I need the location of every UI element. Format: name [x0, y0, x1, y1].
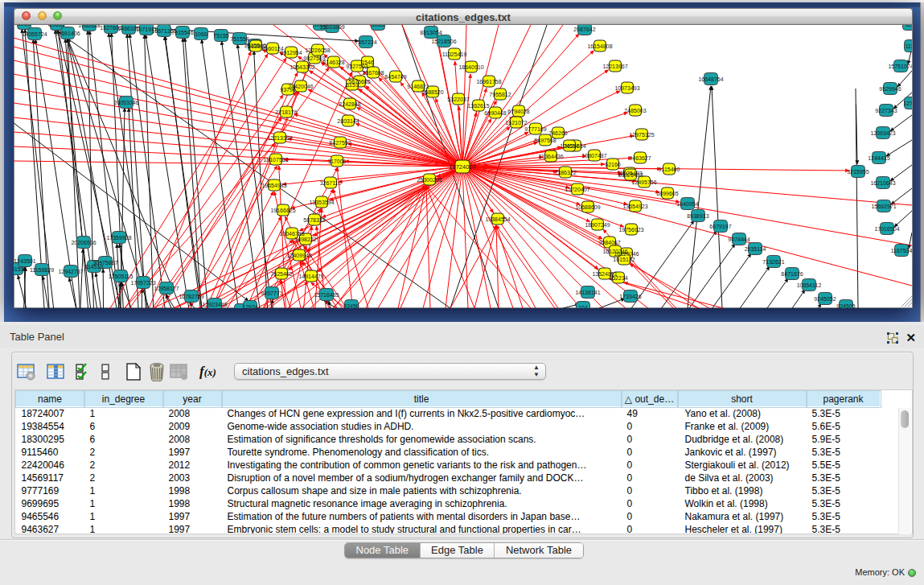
svg-text:252214: 252214	[609, 275, 627, 281]
svg-text:1167534: 1167534	[891, 248, 912, 253]
svg-text:13353594: 13353594	[309, 200, 334, 205]
svg-text:15692971: 15692971	[871, 204, 896, 209]
svg-text:2087642: 2087642	[573, 27, 595, 32]
svg-text:1621072: 1621072	[505, 120, 527, 126]
svg-text:10958127: 10958127	[154, 286, 179, 291]
svg-text:6794028: 6794028	[507, 109, 529, 114]
svg-text:8146328: 8146328	[322, 60, 344, 65]
svg-text:12093423: 12093423	[870, 130, 895, 136]
svg-text:9115460: 9115460	[659, 167, 680, 172]
svg-text:6151: 6151	[346, 82, 359, 88]
svg-text:17957223: 17957223	[130, 280, 155, 286]
svg-text:11325419: 11325419	[442, 51, 467, 57]
svg-text:25300295: 25300295	[417, 177, 441, 183]
svg-text:9245052: 9245052	[814, 296, 836, 302]
svg-text:9084067: 9084067	[598, 240, 620, 245]
svg-text:12774: 12774	[903, 101, 912, 106]
svg-text:17016504: 17016504	[874, 226, 899, 232]
svg-text:10973493: 10973493	[614, 85, 639, 91]
svg-text:93796: 93796	[280, 87, 296, 93]
svg-text:18907249: 18907249	[585, 222, 610, 228]
svg-text:11156829: 11156829	[30, 267, 54, 273]
svg-text:8938913: 8938913	[687, 213, 708, 219]
svg-text:12942737: 12942737	[58, 269, 83, 274]
svg-text:1588520: 1588520	[421, 89, 443, 95]
svg-text:1244415: 1244415	[868, 155, 889, 161]
svg-text:16154808: 16154808	[587, 43, 612, 49]
svg-text:13654923: 13654923	[622, 204, 647, 209]
svg-text:9529946: 9529946	[879, 86, 901, 92]
svg-text:1065: 1065	[314, 25, 326, 27]
svg-text:16961758: 16961758	[476, 79, 501, 84]
svg-text:2935114: 2935114	[745, 246, 766, 252]
svg-text:18107563: 18107563	[263, 157, 288, 163]
svg-text:9457771: 9457771	[261, 290, 282, 296]
svg-text:7485003: 7485003	[624, 108, 646, 113]
svg-text:75155: 75155	[213, 33, 229, 39]
svg-text:9777169: 9777169	[524, 126, 546, 132]
svg-text:18640910: 18640910	[458, 64, 483, 70]
svg-text:10543302: 10543302	[290, 64, 314, 70]
svg-text:15716485: 15716485	[314, 292, 339, 298]
svg-text:39151: 39151	[14, 266, 24, 272]
svg-text:1362615: 1362615	[467, 103, 489, 109]
svg-text:20691406: 20691406	[55, 31, 80, 36]
svg-text:9146821: 9146821	[407, 84, 429, 89]
svg-text:15720407: 15720407	[565, 187, 589, 192]
svg-text:2803144: 2803144	[337, 118, 359, 124]
svg-text:124554: 124554	[560, 143, 578, 149]
svg-text:2367608: 2367608	[362, 70, 384, 76]
svg-text:17359928: 17359928	[106, 235, 131, 241]
svg-text:16210643: 16210643	[870, 180, 895, 186]
svg-text:1640954: 1640954	[676, 201, 698, 207]
svg-text:3215955: 3215955	[847, 169, 869, 175]
svg-text:924505: 924505	[836, 303, 855, 309]
svg-text:6679197: 6679197	[709, 224, 731, 229]
svg-text:20053346: 20053346	[113, 100, 138, 105]
svg-text:1243501: 1243501	[14, 258, 35, 264]
svg-text:10046788: 10046788	[279, 231, 304, 237]
svg-text:7955812: 7955812	[489, 92, 511, 97]
svg-text:1066: 1066	[195, 31, 207, 37]
svg-text:13226058: 13226058	[305, 47, 330, 53]
svg-text:10025433: 10025433	[618, 172, 643, 178]
svg-text:7357224: 7357224	[355, 39, 376, 45]
svg-text:15218506: 15218506	[431, 39, 456, 44]
svg-text:62160: 62160	[605, 162, 621, 167]
svg-text:8813054: 8813054	[420, 30, 441, 35]
svg-text:7386322: 7386322	[554, 170, 576, 175]
svg-text:2718176: 2718176	[275, 109, 297, 115]
svg-text:6990448: 6990448	[484, 110, 506, 116]
svg-text:21364436: 21364436	[538, 154, 563, 159]
svg-text:92450: 92450	[343, 303, 359, 309]
svg-text:10688609: 10688609	[575, 204, 600, 210]
svg-text:15751074: 15751074	[888, 64, 912, 69]
svg-text:12213369: 12213369	[267, 135, 292, 141]
svg-text:7515546: 7515546	[171, 30, 193, 35]
svg-text:5878332: 5878332	[303, 217, 325, 223]
svg-text:104: 104	[578, 305, 588, 309]
svg-text:14914479: 14914479	[298, 274, 323, 279]
svg-text:19384554: 19384554	[485, 216, 510, 222]
svg-text:12923448: 12923448	[202, 302, 227, 307]
svg-text:8912954: 8912954	[280, 50, 302, 56]
svg-text:16648764: 16648764	[698, 76, 723, 82]
svg-text:746266: 746266	[548, 130, 567, 136]
svg-text:10653: 10653	[49, 25, 65, 27]
svg-text:2066: 2066	[18, 25, 31, 27]
svg-text:12924: 12924	[242, 304, 258, 309]
svg-text:9474444: 9474444	[728, 237, 749, 242]
svg-text:3267110: 3267110	[320, 180, 342, 186]
svg-text:12213967: 12213967	[602, 64, 627, 69]
svg-text:111: 111	[906, 25, 912, 27]
svg-text:19166825: 19166825	[270, 208, 295, 213]
svg-text:9227343: 9227343	[875, 108, 897, 113]
svg-text:16782759: 16782759	[179, 294, 203, 299]
svg-text:12975125: 12975125	[629, 132, 654, 138]
svg-text:1733426: 1733426	[619, 294, 641, 299]
svg-text:1065: 1065	[372, 25, 384, 27]
svg-text:1113: 1113	[906, 43, 912, 49]
svg-text:1615132: 1615132	[613, 257, 634, 262]
svg-text:10807487: 10807487	[581, 153, 606, 159]
svg-text:20206536: 20206536	[71, 240, 96, 245]
